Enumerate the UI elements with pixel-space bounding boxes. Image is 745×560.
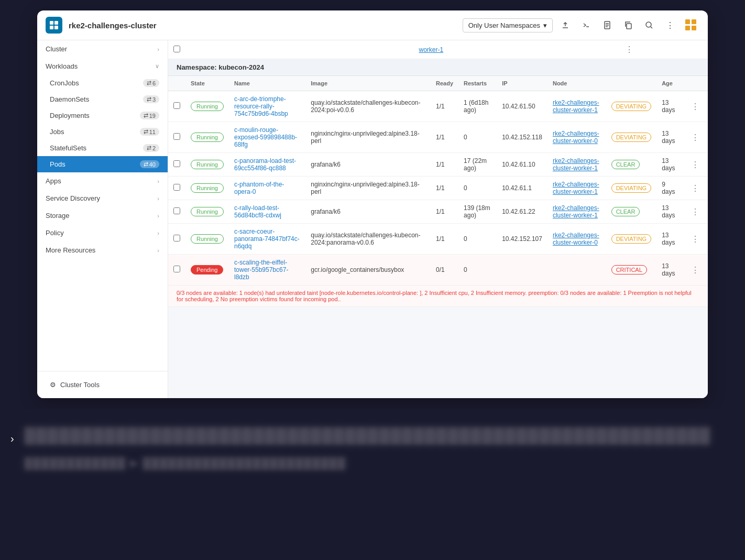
row-checkbox-1[interactable]	[173, 133, 180, 140]
row-checkbox-prev[interactable]	[173, 46, 180, 52]
row-checkbox-0[interactable]	[173, 102, 180, 109]
row-menu-button[interactable]: ⋮	[688, 234, 703, 245]
row-menu-button[interactable]: ⋮	[688, 265, 703, 276]
pod-name-link[interactable]: c-panorama-load-test-69cc554f86-qc888	[234, 157, 296, 172]
state-badge: Running	[191, 133, 224, 142]
sidebar-item-storage[interactable]: Storage ›	[37, 207, 168, 224]
pod-node-link[interactable]: rke2-challenges-cluster-worker-1	[553, 181, 599, 195]
chevron-down-icon: ▾	[543, 21, 547, 29]
pod-image: gcr.io/google_containers/busybox	[305, 255, 431, 286]
pod-node-link[interactable]: rke2-challenges-cluster-worker-0	[553, 130, 599, 145]
cronjobs-label: CronJobs	[50, 79, 79, 87]
daemonsets-badge: ⇄ 3	[143, 95, 159, 103]
row-menu-button[interactable]: ⋮	[688, 132, 703, 143]
expand-icon[interactable]: ›	[10, 433, 14, 445]
copy-icon[interactable]	[620, 17, 637, 34]
search-icon[interactable]	[641, 17, 658, 34]
pod-ip: 10.42.152.107	[497, 224, 547, 255]
pod-image: nginxinc/nginx-unprivileged:alpine3.18-p…	[305, 122, 431, 153]
svg-rect-9	[627, 24, 631, 29]
sidebar-item-jobs[interactable]: Jobs ⇄ 11	[37, 124, 168, 140]
sidebar-bottom: ⚙ Cluster Tools	[37, 371, 168, 398]
sidebar-item-apps[interactable]: Apps ›	[37, 172, 168, 190]
th-restarts[interactable]: Restarts	[458, 76, 497, 91]
apps-label: Apps	[46, 177, 61, 185]
sidebar-item-statefulsets[interactable]: StatefulSets ⇄ 2	[37, 140, 168, 156]
jobs-badge: ⇄ 11	[140, 128, 159, 136]
sidebar-item-workloads[interactable]: Workloads ∨	[37, 58, 168, 75]
th-tag	[606, 76, 656, 91]
top-bar: rke2-challenges-cluster Only User Namesp…	[37, 10, 708, 40]
pod-node-link[interactable]: rke2-challenges-cluster-worker-0	[553, 232, 599, 246]
row-checkbox-6[interactable]	[173, 266, 180, 272]
chevron-right-icon-policy: ›	[157, 230, 159, 236]
status-badge-deviating: DEVIATING	[611, 183, 651, 193]
sidebar-item-daemonsets[interactable]: DaemonSets ⇄ 3	[37, 91, 168, 107]
th-state[interactable]: State	[185, 76, 229, 91]
pod-restarts: 0	[458, 177, 497, 200]
chevron-right-icon-more: ›	[157, 247, 159, 254]
status-badge-clear: CLEAR	[611, 160, 640, 169]
file-icon[interactable]	[599, 17, 616, 34]
chevron-down-icon: ∨	[155, 63, 159, 70]
row-checkbox-4[interactable]	[173, 207, 180, 214]
sidebar-item-cluster[interactable]: Cluster ›	[37, 40, 168, 58]
status-badge-deviating: DEVIATING	[611, 102, 651, 111]
pod-ip: 10.42.61.10	[497, 153, 547, 177]
blurred-content: ████████████████████████████████████████…	[25, 427, 735, 444]
row-menu-button[interactable]: ⋮	[688, 101, 703, 112]
svg-rect-3	[54, 26, 58, 29]
svg-rect-2	[50, 26, 53, 29]
sidebar-item-pods[interactable]: Pods ⇄ 40	[37, 156, 168, 172]
sidebar-item-deployments[interactable]: Deployments ⇄ 19	[37, 107, 168, 124]
more-options-icon[interactable]: ⋮	[662, 17, 678, 34]
upload-icon[interactable]	[557, 17, 574, 34]
pod-age: 13 days	[656, 153, 683, 177]
pod-name-link[interactable]: c-rally-load-test-56d84bcf8-cdxwj	[234, 204, 281, 219]
row-menu-button[interactable]: ⋮	[688, 183, 703, 194]
statefulsets-label: StatefulSets	[50, 144, 86, 152]
pod-name-link[interactable]: c-arc-de-triomphe-resource-rally-754c75b…	[234, 95, 288, 117]
th-ip[interactable]: IP	[497, 76, 547, 91]
sidebar-item-service-discovery[interactable]: Service Discovery ›	[37, 190, 168, 207]
table-row: Running c-sacre-coeur-panorama-74847bf74…	[168, 224, 708, 255]
row-checkbox-2[interactable]	[173, 160, 180, 167]
namespace-selector[interactable]: Only User Namespaces ▾	[463, 18, 553, 32]
table-row: Pending c-scaling-the-eiffel-tower-55b95…	[168, 255, 708, 286]
storage-label: Storage	[46, 212, 70, 219]
th-ready[interactable]: Ready	[431, 76, 458, 91]
pod-node-link[interactable]: rke2-challenges-cluster-worker-1	[553, 157, 599, 172]
row-checkbox-3[interactable]	[173, 184, 180, 191]
terminal-icon[interactable]	[578, 17, 595, 34]
pod-name-link[interactable]: c-sacre-coeur-panorama-74847bf74c-n6qdq	[234, 228, 300, 250]
th-node[interactable]: Node	[547, 76, 606, 91]
row-menu-btn-prev[interactable]: ⋮	[622, 44, 637, 55]
pod-ip: 10.42.61.50	[497, 91, 547, 122]
pod-restarts: 0	[458, 224, 497, 255]
th-name[interactable]: Name	[229, 76, 305, 91]
statefulsets-badge: ⇄ 2	[143, 144, 159, 152]
pod-node-link[interactable]: rke2-challenges-cluster-worker-1	[553, 204, 599, 219]
prev-node-link[interactable]: worker-1	[419, 46, 443, 53]
sidebar-item-more-resources[interactable]: More Resources ›	[37, 241, 168, 259]
cluster-tools-button[interactable]: ⚙ Cluster Tools	[46, 378, 159, 392]
chevron-right-icon-sd: ›	[157, 195, 159, 202]
table-row: Running c-panorama-load-test-69cc554f86-…	[168, 153, 708, 177]
table-row: Running c-arc-de-triomphe-resource-rally…	[168, 91, 708, 122]
th-age[interactable]: Age	[656, 76, 683, 91]
sidebar-item-policy[interactable]: Policy ›	[37, 224, 168, 241]
pod-name-link[interactable]: c-scaling-the-eiffel-tower-55b957bc67-l8…	[234, 259, 288, 281]
pod-name-link[interactable]: c-moulin-rouge-exposed-599898488b-68lfg	[234, 126, 297, 148]
pods-badge: ⇄ 40	[140, 160, 159, 168]
th-image[interactable]: Image	[305, 76, 431, 91]
pod-name-link[interactable]: c-phantom-of-the-opera-0	[234, 181, 284, 195]
mosaic-icon[interactable]	[683, 17, 699, 34]
pod-age: 13 days	[656, 200, 683, 224]
row-checkbox-5[interactable]	[173, 235, 180, 241]
sidebar-item-cronjobs[interactable]: CronJobs ⇄ 6	[37, 75, 168, 91]
row-menu-button[interactable]: ⋮	[688, 206, 703, 217]
pod-node-link[interactable]: rke2-challenges-cluster-worker-1	[553, 99, 599, 114]
pod-age: 13 days	[656, 255, 683, 286]
more-resources-label: More Resources	[46, 246, 95, 254]
row-menu-button[interactable]: ⋮	[688, 159, 703, 170]
